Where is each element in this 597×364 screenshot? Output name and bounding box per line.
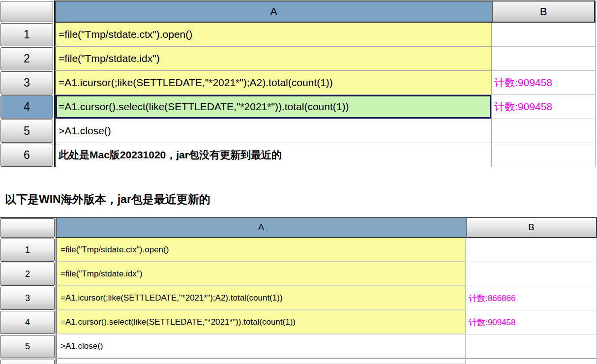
cell-b6[interactable] [492, 143, 596, 167]
cell-b1[interactable] [492, 23, 596, 47]
row-header-1[interactable]: 1 [0, 239, 55, 262]
row-header-6-clipped[interactable] [0, 360, 55, 364]
row-header-4-selected[interactable]: 4 [0, 95, 53, 119]
cell-a4-selected[interactable]: =A1.cursor().select(like(SETTLEDATE,"*20… [54, 95, 492, 119]
cell-b3-count-value[interactable]: 计数:909458 [492, 71, 596, 95]
cell-b4-count-value[interactable]: 计数:909458 [466, 310, 597, 334]
cell-b1[interactable] [466, 238, 597, 262]
cell-b6-clipped[interactable] [466, 359, 597, 364]
cell-a3[interactable]: =A1.icursor(;like(SETTLEDATE,"*2021*");A… [56, 286, 466, 310]
column-header-b[interactable]: B [466, 218, 597, 238]
column-header-b[interactable]: B [492, 0, 596, 23]
row-header-3[interactable]: 3 [0, 287, 55, 310]
cell-b5[interactable] [492, 119, 596, 143]
sheet-row: 5 >A1.close() [0, 334, 597, 359]
corner-select-all-cell[interactable] [0, 218, 55, 238]
column-header-a[interactable]: A [54, 0, 492, 23]
sheet-row: 4 =A1.cursor().select(like(SETTLEDATE,"*… [0, 310, 597, 334]
cell-b5[interactable] [466, 334, 597, 359]
row-header-5[interactable]: 5 [0, 335, 55, 358]
cell-a6-clipped[interactable] [56, 359, 466, 364]
sheet-row: 6 此处是Mac版20231020，jar包没有更新到最近的 [0, 143, 596, 167]
cell-a1[interactable]: =file("Tmp/stdate.ctx").open() [54, 23, 492, 47]
row-header-2[interactable]: 2 [0, 47, 53, 70]
cell-b3-count-value[interactable]: 计数:866866 [466, 286, 597, 310]
sheet-row-selected: 4 =A1.cursor().select(like(SETTLEDATE,"*… [0, 95, 596, 119]
sheet-row: 2 =file("Tmp/stdate.idx") [0, 262, 597, 286]
cell-a6-note[interactable]: 此处是Mac版20231020，jar包没有更新到最近的 [54, 143, 492, 167]
cell-a2[interactable]: =file("Tmp/stdate.idx") [54, 47, 492, 71]
win-spreadsheet-grid: A B 1 =file("Tmp/stdate.ctx").open() 2 =… [0, 217, 597, 364]
corner-select-all-cell[interactable] [0, 1, 53, 22]
sheet-row-clipped [0, 359, 597, 364]
cell-a5[interactable]: >A1.close() [54, 119, 492, 143]
cell-a2[interactable]: =file("Tmp/stdate.idx") [56, 262, 466, 286]
row-header-3[interactable]: 3 [0, 71, 53, 94]
sheet-row: 3 =A1.icursor(;like(SETTLEDATE,"*2021*")… [0, 71, 596, 95]
sheet-row: 1 =file("Tmp/stdate.ctx").open() [0, 23, 596, 47]
sheet-row: 3 =A1.icursor(;like(SETTLEDATE,"*2021*")… [0, 286, 597, 310]
row-header-5[interactable]: 5 [0, 120, 53, 143]
column-header-row: A B [0, 218, 597, 238]
cell-b2[interactable] [492, 47, 596, 71]
column-header-row: A B [0, 0, 596, 23]
row-header-2[interactable]: 2 [0, 263, 55, 286]
cell-b4-count-value[interactable]: 计数:909458 [492, 95, 596, 119]
sheet-row: 2 =file("Tmp/stdate.idx") [0, 47, 596, 71]
sheet-row: 1 =file("Tmp/stdate.ctx").open() [0, 238, 597, 262]
row-header-1[interactable]: 1 [0, 23, 53, 46]
cell-a3[interactable]: =A1.icursor(;like(SETTLEDATE,"*2021*");A… [54, 71, 492, 95]
sheet-row: 5 >A1.close() [0, 119, 596, 143]
cell-b2[interactable] [466, 262, 597, 286]
cell-a1[interactable]: =file("Tmp/stdate.ctx").open() [56, 238, 466, 262]
win-version-note-label: 以下是WIN海外版本，jar包是最近更新的 [5, 192, 210, 207]
cell-a5[interactable]: >A1.close() [56, 334, 466, 359]
column-header-a[interactable]: A [56, 218, 466, 238]
mac-spreadsheet-grid: A B 1 =file("Tmp/stdate.ctx").open() 2 =… [0, 0, 596, 167]
row-header-6[interactable]: 6 [0, 144, 53, 167]
cell-a4[interactable]: =A1.cursor().select(like(SETTLEDATE,"*20… [56, 310, 466, 334]
row-header-4[interactable]: 4 [0, 311, 55, 334]
